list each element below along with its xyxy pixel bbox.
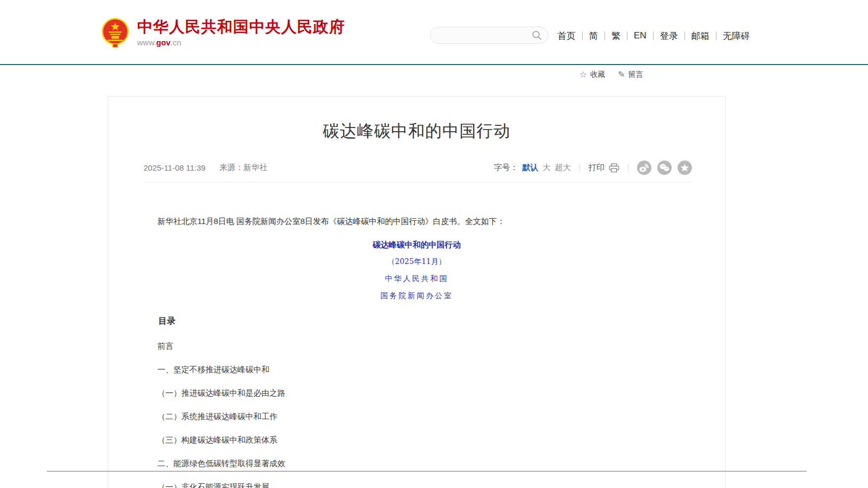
document-date: （2025年11月）	[141, 257, 692, 267]
nav-separator	[716, 31, 716, 40]
nav-separator	[582, 31, 583, 40]
article-body: 新华社北京11月8日电 国务院新闻办公室8日发布《碳达峰碳中和的中国行动》白皮书…	[141, 217, 692, 488]
site-url: www.gov.cn	[137, 38, 345, 47]
share-weibo-icon[interactable]	[637, 161, 651, 175]
source-label: 来源：	[219, 163, 243, 173]
toc-heading: 目录	[141, 316, 692, 327]
top-nav: 首页 简 繁 EN 登录 邮箱 无障碍	[558, 29, 750, 42]
nav-link-english[interactable]: EN	[634, 30, 647, 41]
nav-link-accessibility[interactable]: 无障碍	[723, 30, 750, 42]
toc-item-section1-2: （二）系统推进碳达峰碳中和工作	[141, 412, 692, 421]
document-org-line2: 国务院新闻办公室	[141, 291, 692, 301]
star-icon: ☆	[579, 70, 587, 79]
meta-separator	[628, 164, 628, 172]
nav-link-simplified-chinese[interactable]: 简	[589, 30, 598, 42]
message-button[interactable]: ✎ 留言	[618, 70, 643, 79]
header-divider	[0, 64, 868, 65]
national-emblem-icon	[101, 17, 129, 48]
article-meta-left: 2025-11-08 11:39 来源： 新华社	[144, 163, 267, 173]
toc-item-section1-3: （三）构建碳达峰碳中和政策体系	[141, 435, 692, 444]
nav-separator	[627, 31, 627, 40]
site-url-gov: gov	[156, 38, 171, 47]
quick-actions: ☆ 收藏 ✎ 留言	[579, 70, 643, 79]
search-icon[interactable]	[532, 30, 542, 41]
lead-paragraph: 新华社北京11月8日电 国务院新闻办公室8日发布《碳达峰碳中和的中国行动》白皮书…	[141, 217, 692, 226]
nav-link-mail[interactable]: 邮箱	[691, 30, 710, 42]
message-label: 留言	[628, 70, 643, 79]
site-url-cn: .cn	[171, 38, 181, 47]
printer-icon	[609, 163, 619, 173]
nav-separator	[604, 31, 605, 40]
print-button[interactable]: 打印	[588, 163, 619, 173]
share-qzone-icon[interactable]	[678, 161, 692, 175]
article-meta-right: 字号： 默认 大 超大 打印	[494, 161, 692, 175]
article-card: 碳达峰碳中和的中国行动 2025-11-08 11:39 来源： 新华社 字号：…	[108, 96, 726, 488]
site-logo[interactable]: 中华人民共和国中央人民政府 www.gov.cn	[101, 17, 345, 48]
favorite-label: 收藏	[590, 70, 605, 79]
toc-item-preface: 前言	[141, 341, 692, 350]
article-meta-row: 2025-11-08 11:39 来源： 新华社 字号： 默认 大 超大 打印	[144, 161, 692, 182]
nav-link-home[interactable]: 首页	[558, 30, 576, 42]
share-group	[637, 161, 692, 175]
article-source: 来源： 新华社	[219, 163, 267, 173]
print-label: 打印	[588, 163, 604, 173]
font-size-default-button[interactable]: 默认	[522, 163, 538, 173]
site-url-www: www.	[137, 38, 156, 47]
favorite-button[interactable]: ☆ 收藏	[579, 70, 605, 79]
brand-text: 中华人民共和国中央人民政府 www.gov.cn	[137, 18, 345, 46]
font-size-large-button[interactable]: 大	[543, 163, 551, 173]
page: 中华人民共和国中央人民政府 www.gov.cn 首页 简 繁 EN 登录 邮箱	[0, 0, 868, 488]
font-size-label: 字号：	[494, 163, 518, 173]
document-org-line1: 中华人民共和国	[141, 274, 692, 284]
share-wechat-icon[interactable]	[657, 161, 672, 175]
nav-link-login[interactable]: 登录	[660, 30, 678, 42]
nav-separator	[684, 31, 685, 40]
meta-separator	[579, 164, 580, 172]
toc-item-section2-1: （一）非化石能源实现跃升发展	[141, 482, 692, 488]
toc-item-section2: 二、能源绿色低碳转型取得显著成效	[141, 459, 692, 468]
viewport-bottom-line	[47, 471, 807, 471]
toc-item-section1: 一、坚定不移推进碳达峰碳中和	[141, 365, 692, 374]
document-title: 碳达峰碳中和的中国行动	[141, 240, 692, 250]
article-title: 碳达峰碳中和的中国行动	[130, 120, 704, 142]
site-title: 中华人民共和国中央人民政府	[137, 18, 345, 36]
search-input[interactable]	[436, 31, 532, 39]
pencil-icon: ✎	[618, 70, 625, 79]
search-bar	[430, 27, 548, 44]
toc-item-section1-1: （一）推进碳达峰碳中和是必由之路	[141, 388, 692, 397]
source-value: 新华社	[243, 163, 267, 173]
nav-link-traditional-chinese[interactable]: 繁	[611, 30, 620, 42]
site-header: 中华人民共和国中央人民政府 www.gov.cn 首页 简 繁 EN 登录 邮箱	[0, 0, 868, 64]
article-date: 2025-11-08 11:39	[144, 163, 205, 172]
font-size-xlarge-button[interactable]: 超大	[555, 163, 571, 173]
nav-separator	[653, 31, 654, 40]
